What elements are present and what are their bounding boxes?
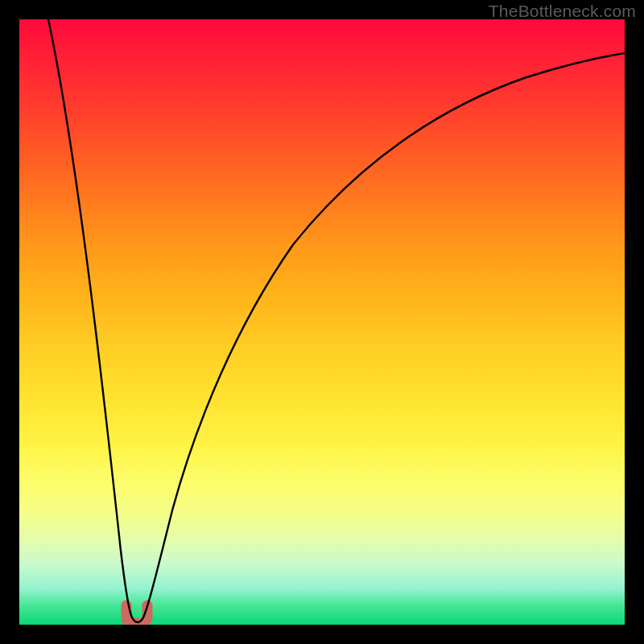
curve-layer bbox=[19, 19, 625, 625]
watermark-text: TheBottleneck.com bbox=[489, 2, 636, 21]
plot-area bbox=[19, 19, 625, 625]
bottleneck-curve bbox=[48, 19, 625, 622]
chart-frame bbox=[19, 19, 625, 625]
